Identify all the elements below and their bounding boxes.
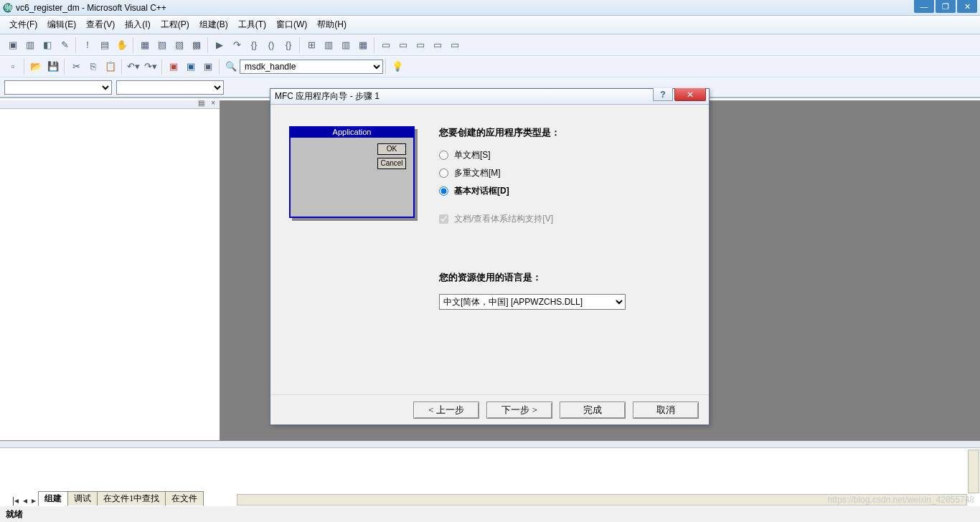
maximize-button[interactable]: ❐ [936, 0, 956, 13]
tool-window-icon[interactable]: ▭ [447, 37, 463, 53]
radio-input[interactable] [439, 169, 448, 178]
scrollbar-vertical[interactable] [968, 450, 979, 493]
radio-label: 多重文档[M] [454, 167, 501, 179]
tool-res-icon[interactable]: ▣ [183, 59, 199, 75]
toolbar-separator [161, 59, 163, 75]
menu-help[interactable]: 帮助(H) [312, 16, 352, 33]
watermark: https://blog.csdn.net/weixin_42855748 [828, 495, 974, 505]
radio-input[interactable] [439, 186, 448, 196]
radio-single-doc[interactable]: 单文档[S] [439, 149, 694, 161]
mfc-appwizard-dialog: MFC 应用程序向导 - 步骤 1 ? ✕ Application OK Can… [270, 88, 710, 425]
tool-generic-icon[interactable]: ◧ [39, 37, 55, 53]
tool-paste-icon[interactable]: 📋 [103, 59, 118, 75]
toolbar-separator [385, 59, 387, 75]
output-tab-build[interactable]: 组建 [38, 491, 68, 506]
tool-help-icon[interactable]: 💡 [390, 59, 405, 75]
dialog-close-button[interactable]: ✕ [674, 88, 706, 101]
radio-multiple-doc[interactable]: 多重文档[M] [439, 167, 694, 179]
back-button[interactable]: < 上一步 [413, 402, 479, 419]
tool-step-into-icon[interactable]: {} [246, 37, 262, 53]
toolbar-separator [374, 37, 375, 53]
menu-insert[interactable]: 插入(I) [120, 16, 155, 33]
tool-watch-icon[interactable]: ▦ [355, 37, 371, 53]
tab-nav-prev-icon[interactable]: ◂ [21, 495, 29, 506]
close-button[interactable]: ✕ [957, 0, 977, 13]
tool-run-icon[interactable]: ▶ [212, 37, 227, 53]
dialog-footer: < 上一步 下一步 > 完成 取消 [270, 394, 709, 424]
tool-watch-icon[interactable]: ▥ [321, 37, 336, 53]
dialog-title: MFC 应用程序向导 - 步骤 1 [275, 90, 380, 103]
menu-build[interactable]: 组建(B) [194, 16, 233, 33]
dock-grip[interactable] [0, 441, 980, 448]
menu-tools[interactable]: 工具(T) [233, 16, 271, 33]
tool-generic-icon[interactable]: ✎ [57, 37, 72, 53]
tool-find-icon[interactable]: 🔍 [223, 59, 239, 75]
checkbox-label: 文档/查看体系结构支持[V] [454, 213, 553, 225]
tool-generic-icon[interactable]: ▤ [97, 37, 113, 53]
title-bar: % vc6_register_dm - Microsoft Visual C++… [0, 0, 980, 16]
finish-button[interactable]: 完成 [560, 402, 626, 419]
tool-class-icon[interactable]: ▣ [166, 59, 182, 75]
config-combo-2[interactable] [116, 80, 224, 95]
wizard-form: 您要创建的应用程序类型是： 单文档[S] 多重文档[M] 基本对话框[D] 文档… [439, 126, 694, 310]
menu-window[interactable]: 窗口(W) [271, 16, 312, 33]
radio-label: 基本对话框[D] [454, 185, 509, 197]
output-tab-find2[interactable]: 在文件 [165, 491, 204, 506]
preview-ok-button: OK [377, 143, 406, 155]
tool-open-icon[interactable]: 📂 [28, 59, 44, 75]
wizardbar-combo[interactable]: msdk_handle [240, 60, 383, 74]
output-tab-debug[interactable]: 调试 [67, 491, 98, 506]
menu-file[interactable]: 文件(F) [4, 16, 42, 33]
tool-generic-icon[interactable]: ▧ [154, 37, 170, 53]
toolbar-separator [219, 59, 220, 75]
language-select[interactable]: 中文[简体，中国] [APPWZCHS.DLL] [439, 294, 626, 310]
tool-step-over-icon[interactable]: ↷ [229, 37, 245, 53]
tool-generic-icon[interactable]: ▩ [189, 37, 204, 53]
tool-step-out-icon[interactable]: () [263, 37, 279, 53]
cancel-button[interactable]: 取消 [633, 402, 699, 419]
tool-bracket-icon[interactable]: {} [281, 37, 296, 53]
tool-generic-icon[interactable]: ▣ [5, 37, 21, 53]
radio-label: 单文档[S] [454, 149, 491, 161]
tool-window-icon[interactable]: ▭ [430, 37, 446, 53]
tool-file-icon[interactable]: ▣ [200, 59, 216, 75]
tool-cut-icon[interactable]: ✂ [68, 59, 84, 75]
tool-hand-icon[interactable]: ✋ [114, 37, 130, 53]
svg-text:%: % [5, 3, 13, 13]
tool-generic-icon[interactable]: ▥ [22, 37, 38, 53]
tab-nav-first-icon[interactable]: |◂ [10, 495, 21, 506]
menu-project[interactable]: 工程(P) [156, 16, 194, 33]
status-text: 就绪 [6, 508, 23, 521]
tool-watch-icon[interactable]: ▥ [338, 37, 354, 53]
next-button[interactable]: 下一步 > [486, 402, 552, 419]
dialog-help-button[interactable]: ? [653, 88, 673, 101]
menu-edit[interactable]: 编辑(E) [42, 16, 81, 33]
minimize-button[interactable]: — [914, 0, 934, 13]
output-tab-find1[interactable]: 在文件1中查找 [97, 491, 166, 506]
tool-copy-icon[interactable]: ⎘ [85, 59, 101, 75]
tool-window-icon[interactable]: ▭ [395, 37, 411, 53]
tool-save-icon[interactable]: 💾 [45, 59, 61, 75]
tool-redo-icon[interactable]: ↷▾ [143, 59, 159, 75]
tool-generic-icon[interactable]: ! [80, 37, 95, 53]
menu-bar: 文件(F) 编辑(E) 查看(V) 插入(I) 工程(P) 组建(B) 工具(T… [0, 16, 980, 34]
tool-generic-icon[interactable]: ▦ [137, 37, 153, 53]
tool-generic-icon[interactable]: ▨ [171, 37, 187, 53]
preview-pane: Application OK Cancel [289, 126, 415, 218]
tool-watch-icon[interactable]: ⊞ [303, 37, 319, 53]
dialog-title-bar[interactable]: MFC 应用程序向导 - 步骤 1 ? ✕ [270, 89, 709, 105]
config-combo-1[interactable] [4, 80, 112, 95]
radio-dialog-based[interactable]: 基本对话框[D] [439, 185, 694, 197]
tab-nav-next-icon[interactable]: ▸ [29, 495, 38, 506]
tool-window-icon[interactable]: ▭ [378, 37, 394, 53]
toolbar-separator [207, 37, 209, 53]
question-app-type: 您要创建的应用程序类型是： [439, 126, 694, 139]
dock-grip[interactable] [0, 100, 220, 109]
tool-undo-icon[interactable]: ↶▾ [126, 59, 141, 75]
tool-new-icon[interactable]: ▫ [5, 59, 21, 75]
radio-input[interactable] [439, 151, 448, 160]
menu-view[interactable]: 查看(V) [81, 16, 120, 33]
toolbar-separator [121, 59, 123, 75]
tool-window-icon[interactable]: ▭ [413, 37, 428, 53]
toolbar-separator [75, 37, 77, 53]
